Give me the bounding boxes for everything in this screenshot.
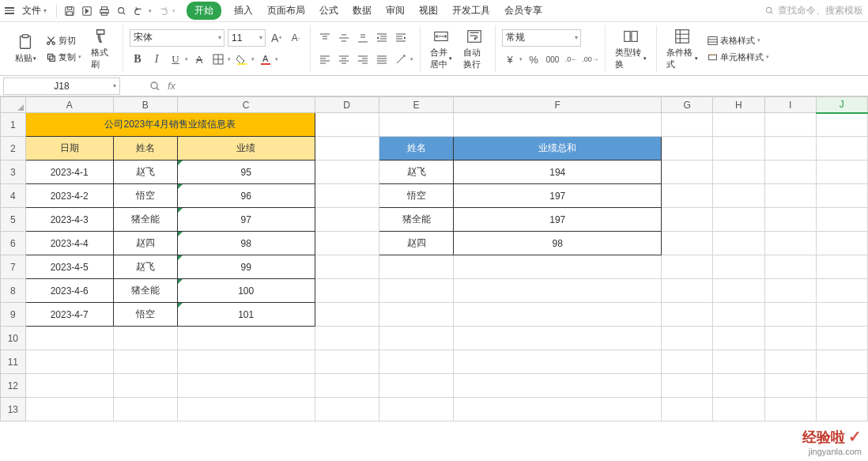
col-header[interactable]: D <box>315 97 379 113</box>
table-header[interactable]: 姓名 <box>113 137 177 161</box>
font-size-select[interactable]: 11▾ <box>228 29 266 47</box>
data-cell[interactable]: 赵四 <box>113 232 177 255</box>
col-header[interactable]: G <box>662 97 713 113</box>
data-cell[interactable]: 赵四 <box>379 232 454 255</box>
col-header[interactable]: J <box>816 97 867 113</box>
table-title[interactable]: 公司2023年4月销售业绩信息表 <box>25 113 315 137</box>
cell-style-button[interactable]: 单元格样式▾ <box>706 51 771 64</box>
align-left-icon[interactable] <box>317 51 333 67</box>
cond-format-button[interactable]: 条件格式▾ <box>663 26 701 72</box>
data-cell[interactable]: 2023-4-3 <box>25 208 113 232</box>
tab-start[interactable]: 开始 <box>187 2 221 20</box>
data-cell[interactable]: 98 <box>177 232 315 255</box>
data-cell[interactable]: 197 <box>454 208 662 232</box>
data-cell[interactable]: 98 <box>454 232 662 255</box>
cut-button[interactable]: 剪切 <box>44 34 83 47</box>
align-top-icon[interactable] <box>317 30 333 46</box>
data-cell[interactable]: 96 <box>177 184 315 208</box>
justify-icon[interactable] <box>374 51 390 67</box>
save-icon[interactable] <box>63 5 76 17</box>
fill-color-button[interactable] <box>234 51 250 67</box>
number-format-select[interactable]: 常规▾ <box>502 29 581 47</box>
data-cell[interactable]: 悟空 <box>379 184 454 208</box>
align-bottom-icon[interactable] <box>355 30 371 46</box>
type-convert-button[interactable]: 类型转换▾ <box>612 26 650 72</box>
data-cell[interactable]: 悟空 <box>113 184 177 208</box>
undo-icon[interactable] <box>133 5 145 17</box>
orientation-icon[interactable] <box>393 51 409 67</box>
col-header[interactable]: F <box>454 97 662 113</box>
row-header[interactable]: 4 <box>1 184 26 208</box>
tab-data[interactable]: 数据 <box>351 1 373 21</box>
data-cell[interactable]: 197 <box>454 184 662 208</box>
tab-insert[interactable]: 插入 <box>232 1 255 21</box>
border-button[interactable] <box>210 51 226 67</box>
preview-icon[interactable] <box>115 5 128 17</box>
merge-button[interactable]: 合并居中▾ <box>427 26 455 72</box>
table-header[interactable]: 日期 <box>25 137 113 161</box>
col-header[interactable]: E <box>379 97 454 113</box>
row-header[interactable]: 12 <box>1 374 26 398</box>
tab-dev[interactable]: 开发工具 <box>451 1 492 21</box>
data-cell[interactable]: 2023-4-7 <box>25 303 113 327</box>
data-cell[interactable]: 97 <box>177 208 315 232</box>
row-header[interactable]: 1 <box>1 113 26 137</box>
decrease-decimal-icon[interactable]: .00→ <box>583 51 598 67</box>
font-name-select[interactable]: 宋体▾ <box>130 29 225 47</box>
comma-icon[interactable]: 000 <box>545 51 560 67</box>
file-menu[interactable]: 文件▾ <box>19 2 50 19</box>
indent-right-icon[interactable] <box>393 30 409 46</box>
row-header[interactable]: 11 <box>1 350 26 374</box>
tab-review[interactable]: 审阅 <box>384 1 406 21</box>
fx-label[interactable]: fx <box>168 80 175 92</box>
fx-search-icon[interactable] <box>149 80 161 93</box>
redo-icon[interactable] <box>157 5 169 17</box>
data-cell[interactable]: 95 <box>177 161 315 184</box>
row-header[interactable]: 5 <box>1 208 26 232</box>
decrease-font-icon[interactable]: A- <box>288 30 304 46</box>
increase-font-icon[interactable]: A+ <box>269 30 285 46</box>
export-icon[interactable] <box>81 5 93 17</box>
print-icon[interactable] <box>98 5 111 17</box>
align-middle-icon[interactable] <box>336 30 352 46</box>
data-cell[interactable]: 2023-4-1 <box>25 161 113 184</box>
col-header[interactable]: C <box>177 97 315 113</box>
data-cell[interactable]: 100 <box>177 279 315 303</box>
copy-button[interactable]: 复制▾ <box>44 51 83 64</box>
data-cell[interactable]: 赵飞 <box>113 255 177 279</box>
row-header[interactable]: 6 <box>1 232 26 255</box>
table-style-button[interactable]: 表格样式▾ <box>706 34 771 47</box>
col-header[interactable]: I <box>764 97 816 113</box>
percent-icon[interactable]: % <box>526 51 542 67</box>
data-cell[interactable]: 猪全能 <box>113 208 177 232</box>
redo-dropdown[interactable]: ▾ <box>172 8 175 14</box>
select-all-corner[interactable] <box>1 97 26 113</box>
row-header[interactable]: 7 <box>1 255 26 279</box>
row-header[interactable]: 13 <box>1 398 26 421</box>
wrap-button[interactable]: 自动换行 <box>460 26 489 72</box>
table-header[interactable]: 姓名 <box>379 137 454 161</box>
tab-formula[interactable]: 公式 <box>318 1 340 21</box>
font-color-button[interactable]: A <box>258 51 274 67</box>
tab-view[interactable]: 视图 <box>417 1 440 21</box>
name-box[interactable]: J18▾ <box>3 77 120 95</box>
data-cell[interactable]: 赵飞 <box>113 161 177 184</box>
data-cell[interactable]: 101 <box>177 303 315 327</box>
strike-button[interactable]: A <box>191 51 207 67</box>
italic-button[interactable]: I <box>149 51 164 67</box>
data-cell[interactable]: 2023-4-2 <box>25 184 113 208</box>
increase-decimal-icon[interactable]: .0← <box>564 51 579 67</box>
data-cell[interactable]: 99 <box>177 255 315 279</box>
align-center-icon[interactable] <box>336 51 352 67</box>
row-header[interactable]: 3 <box>1 161 26 184</box>
undo-dropdown[interactable]: ▾ <box>149 8 152 14</box>
data-cell[interactable]: 194 <box>454 161 662 184</box>
data-cell[interactable]: 2023-4-4 <box>25 232 113 255</box>
bold-button[interactable]: B <box>130 51 145 67</box>
data-cell[interactable]: 悟空 <box>113 303 177 327</box>
row-header[interactable]: 10 <box>1 327 26 350</box>
indent-left-icon[interactable] <box>374 30 390 46</box>
row-header[interactable]: 9 <box>1 303 26 327</box>
col-header[interactable]: A <box>25 97 113 113</box>
align-right-icon[interactable] <box>355 51 371 67</box>
